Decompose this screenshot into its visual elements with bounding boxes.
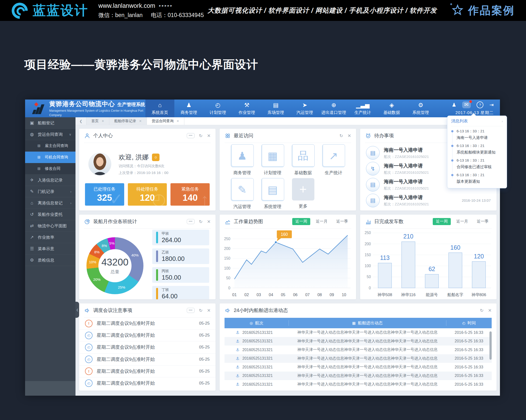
sidebar-item[interactable]: ⚙ 质检信息 xyxy=(25,254,75,266)
close-icon[interactable]: ✕ xyxy=(207,308,211,313)
nav-item[interactable]: ⚒ 作业管理 xyxy=(232,99,261,117)
nav-item[interactable]: ◴ 计划管理 xyxy=(203,99,232,117)
meeting-item[interactable]: 星期二调度会议9点准时开始 05-25 xyxy=(79,318,215,330)
sidebar-item[interactable]: ⇄ 物流中心平面图 xyxy=(25,220,75,232)
table-row[interactable]: ⚓20160525131321 神华天津一号进入动态信息神华天津一号进入动态信息… xyxy=(224,380,492,387)
table-scrollbar[interactable] xyxy=(489,332,492,360)
tab-home[interactable]: 首页 ✕ xyxy=(86,117,109,125)
portfolio-link[interactable]: ✦ 作品案例 xyxy=(451,3,515,18)
shortcut-item[interactable]: ♟ 商务管理 xyxy=(227,144,257,176)
more-icon[interactable]: ••• xyxy=(187,219,195,224)
close-icon[interactable]: ✕ xyxy=(207,219,211,224)
sidebar-item[interactable]: ✈ 入港信息记录 xyxy=(25,175,75,186)
sidebar-item[interactable]: ⌂ 离港信息登记 › xyxy=(25,197,75,209)
filter-quarter[interactable]: 近一季 xyxy=(474,218,492,225)
shortcut-item[interactable]: + 更多 xyxy=(288,178,318,210)
task-stat-tile[interactable]: 紧急任务 140 ↑ xyxy=(171,183,210,206)
todo-item[interactable]: ▤ 海南一号入港申请 船次：ZZASE20161025021 2016-10-2… xyxy=(360,194,496,207)
message-item[interactable]: 6-13 16：33：21 合同修改已通过审核 xyxy=(451,156,503,170)
refresh-icon[interactable]: ↻ xyxy=(339,133,343,138)
meeting-item[interactable]: 星期二调度会议9点准时开始 05-25 xyxy=(79,342,215,353)
filter-week[interactable]: 近一周 xyxy=(292,218,310,225)
meeting-item[interactable]: 星期二调度会议9点准时开始 05-25 xyxy=(79,330,215,342)
shortcut-tile-icon[interactable]: ▤ xyxy=(261,178,284,201)
shortcut-item[interactable]: ▦ 计划管理 xyxy=(257,144,288,176)
tab-close-icon[interactable]: ✕ xyxy=(101,119,104,123)
refresh-icon[interactable]: ↻ xyxy=(199,308,202,313)
more-icon[interactable]: ••• xyxy=(187,133,195,138)
refresh-icon[interactable]: ↻ xyxy=(199,133,202,138)
shortcut-item[interactable]: ▤ 系统管理 xyxy=(257,178,288,210)
sidebar-item[interactable]: ⊞ 司机合同查询 xyxy=(25,152,75,163)
table-row[interactable]: ⚓20160525131321 神华天津一号进入动态信息神华天津一号进入动态信息… xyxy=(224,371,492,380)
meeting-item[interactable]: 星期二调度会议9点准时开始 05-25 xyxy=(79,353,215,365)
tab-close-icon[interactable]: ✕ xyxy=(139,119,142,123)
nav-item[interactable]: ♟ 商务管理 xyxy=(174,99,203,117)
table-row[interactable]: ⚓20160525131321 神华天津一号进入动态信息神华天津一号进入动态信息… xyxy=(224,337,492,346)
filter-week[interactable]: 近一周 xyxy=(433,218,451,225)
shortcut-tile-icon[interactable]: + xyxy=(292,178,314,201)
website-url[interactable]: www.lanlanwork.com xyxy=(98,2,155,9)
sidebar-item[interactable]: ◍ 货运合同查询 ∨ xyxy=(25,129,75,140)
message-icon[interactable]: ✉ xyxy=(462,101,471,108)
logout-icon[interactable]: ⇥ xyxy=(489,102,494,108)
nav-item[interactable]: ⌂ 系统首页 xyxy=(145,99,174,117)
sidebar-item[interactable]: ↗ 作业效率 xyxy=(25,232,75,243)
nav-item[interactable]: ⊕ 进出道口管理 xyxy=(319,99,348,117)
shortcut-tile-icon[interactable]: ↗ xyxy=(322,144,345,167)
table-row[interactable]: ⚓20160525131321 神华天津一号进入动态信息神华天津一号进入动态信息… xyxy=(224,354,492,363)
sidebar-item[interactable]: ▣ 船舶登记 xyxy=(25,117,75,129)
message-item[interactable]: 6-13 16：33：21 版本更新通知 xyxy=(451,170,503,185)
nav-item[interactable]: ▤ 库场管理 xyxy=(261,99,290,117)
chevron-right-icon[interactable]: › xyxy=(502,119,503,123)
filter-month[interactable]: 近一月 xyxy=(313,218,331,225)
bar-chart[interactable]: 050100150200250113神华508210神华11662能源号160船… xyxy=(360,229,496,299)
shortcut-tile-icon[interactable]: ♟ xyxy=(231,144,254,167)
filter-month[interactable]: 近一月 xyxy=(453,218,471,225)
task-stat-tile[interactable]: 待处理任务 120 ◴ xyxy=(128,183,167,206)
more-icon[interactable]: ••• xyxy=(187,308,195,313)
tab-freight-contract[interactable]: 货运合同查询 ✕ xyxy=(147,117,184,125)
sidebar-item[interactable]: ☰ 菜单示意 xyxy=(25,243,75,254)
svg-text:10: 10 xyxy=(342,293,346,297)
refresh-icon[interactable]: ↻ xyxy=(199,219,202,224)
shortcut-item[interactable]: ↗ 生产统计 xyxy=(318,144,349,176)
nav-item[interactable]: ◈ 基础数据 xyxy=(377,99,406,117)
user-icon[interactable]: ♟ xyxy=(452,102,456,108)
sidebar-item[interactable]: ⊞ 修改合同 xyxy=(25,163,75,175)
table-row[interactable]: ⚓20160525131321 神华天津一号进入动态信息神华天津一号进入动态信息… xyxy=(224,363,492,371)
shortcut-item[interactable]: ✎ 汽运管理 xyxy=(227,178,257,210)
meeting-item[interactable]: 星期二调度会议9点准时开始 05-25 xyxy=(79,377,215,389)
close-icon[interactable]: ✕ xyxy=(488,308,492,313)
nav-item[interactable]: ⚙ 系统管理 xyxy=(406,99,435,117)
filter-quarter[interactable]: 近一季 xyxy=(333,218,351,225)
nav-item[interactable]: ➤ 汽运管理 xyxy=(290,99,319,117)
sidebar-item[interactable]: ✎ 门机记录 › xyxy=(25,186,75,197)
message-item[interactable]: 6-13 16：33：21 系统船舶模块更新通知 xyxy=(451,141,503,156)
tab-back-button[interactable]: ❮ xyxy=(75,117,86,125)
sidebar-item[interactable]: ⊞ 雇主合同查询 xyxy=(25,140,75,152)
sidebar-collapse-handle[interactable]: ❮ xyxy=(75,302,79,318)
sidebar-item[interactable]: ↺ 装船作业委托 xyxy=(25,209,75,220)
table-row[interactable]: ⚓20160525131321 神华天津一号进入动态信息神华天津一号进入动态信息… xyxy=(224,328,492,337)
line-chart[interactable]: 05010015020025001020304050607080910160 xyxy=(220,229,356,299)
tab-ship-records[interactable]: 船舶停靠记录 ✕ xyxy=(109,117,147,125)
nav-item[interactable]: ▁▃▅ 生产统计 xyxy=(348,99,377,117)
shortcut-tile-icon[interactable]: ✎ xyxy=(231,178,254,201)
help-icon[interactable]: ? xyxy=(476,101,483,108)
shortcut-tile-icon[interactable]: 品 xyxy=(292,144,315,167)
close-icon[interactable]: ✕ xyxy=(207,133,211,138)
table-row[interactable]: ⚓20160525131321 神华天津一号进入动态信息神华天津一号进入动态信息… xyxy=(224,346,492,354)
message-item[interactable]: 6-13 16：33：21 海南一号入港申请 xyxy=(451,126,503,141)
shortcut-item[interactable]: 品 基础数据 xyxy=(288,144,318,176)
donut-chart[interactable]: 43200 总量 40%25%20%10%8%8%5% xyxy=(86,237,143,294)
close-icon[interactable]: ✕ xyxy=(347,133,351,138)
meeting-item[interactable]: 星期二调度会议9点准时开始 05-25 xyxy=(79,365,215,377)
avatar[interactable] xyxy=(88,153,111,176)
tab-close-icon[interactable]: ✕ xyxy=(177,119,179,123)
refresh-icon[interactable]: ↻ xyxy=(480,308,484,313)
task-stat-tile[interactable]: 已处理任务 325 ✓ xyxy=(85,183,124,206)
shortcut-tile-icon[interactable]: ▦ xyxy=(261,144,284,167)
row-voyage: 20160525131321 xyxy=(242,339,273,343)
lanlan-logo[interactable]: 蓝蓝设计 xyxy=(11,2,88,20)
